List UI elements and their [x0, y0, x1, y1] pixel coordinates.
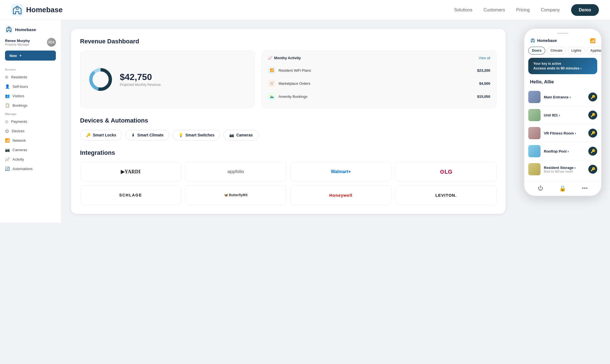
integration-butterflymx[interactable]: 🦋 ButterflyMX — [185, 185, 286, 205]
revenue-label: Projected Monthly Revenue — [120, 83, 161, 87]
appfolio-label: appfolio — [228, 169, 244, 174]
resident-storage-sub: Book for $60 per month — [544, 170, 588, 173]
devices-section: Devices & Automations 🔑 Smart Locks 🌡 Sm… — [80, 117, 497, 140]
automations-icon: 🔄 — [5, 166, 10, 171]
view-all-link[interactable]: View all — [479, 56, 490, 60]
payments-icon: ◎ — [5, 119, 8, 124]
phone-greeting: Hello, Allie — [524, 78, 601, 88]
smart-locks-icon: 🔑 — [86, 133, 91, 137]
breakdown-row-amenity: 🏊 Amenity Bookings $15,050 — [268, 90, 490, 103]
phone-list-item-vr-fitness[interactable]: VR Fitness Room › 🔑 — [528, 124, 597, 142]
phone-home-icon[interactable]: ⏻ — [538, 185, 543, 192]
sidebar-item-devices[interactable]: ⏻ Devices — [0, 126, 61, 136]
devices-icon: ⏻ — [5, 129, 9, 133]
integration-honeywell[interactable]: Honeywell — [290, 185, 392, 205]
breakdown-amount-amenity: $15,050 — [477, 94, 490, 99]
integrations-grid: ▶YARDI appfolio Walmart+ ⊙LG SCHLAGE — [80, 162, 497, 205]
butterfly-label: 🦋 ButterflyMX — [224, 193, 248, 197]
breakdown-row-wifi: 📶 Resident WiFi Plans $23,200 — [268, 64, 490, 77]
phone-list-item-unit921[interactable]: Unit 921 › 🔑 — [528, 106, 597, 124]
sidebar-item-automations[interactable]: 🔄 Automations — [0, 164, 61, 173]
nav-brand-name: Homebase — [26, 6, 63, 14]
sidebar-user-name: Renee Murphy — [5, 39, 30, 43]
integration-lg[interactable]: ⊙LG — [395, 162, 497, 181]
phone-mockup: Homebase 📶 Doors Climate Lights Applianc… — [524, 28, 602, 196]
breakdown-row-marketplace: 🛒 Marketplace Orders $4,500 — [268, 77, 490, 90]
sidebar-item-residents[interactable]: ⊞ Residents — [0, 72, 61, 82]
unit921-key-btn[interactable]: 🔑 — [588, 111, 597, 119]
visitors-icon: 👥 — [5, 94, 10, 98]
main-entrance-name: Main Entrance › — [544, 95, 588, 99]
nav-customers[interactable]: Customers — [484, 8, 505, 13]
sidebar-item-bookings[interactable]: 📋 Bookings — [0, 101, 61, 110]
device-tabs: 🔑 Smart Locks 🌡 Smart Climate 💡 Smart Sw… — [80, 130, 497, 140]
homebase-logo-icon — [11, 4, 23, 16]
device-tab-cameras[interactable]: 📷 Cameras — [223, 130, 258, 140]
breakdown-amount-wifi: $23,200 — [477, 68, 490, 73]
bookings-icon: 📋 — [5, 103, 10, 108]
vr-fitness-key-btn[interactable]: 🔑 — [588, 129, 597, 138]
key-ends-text: Access ends in 90 minutes › — [533, 66, 592, 70]
integration-leviton[interactable]: LEVITON. — [395, 185, 497, 205]
dashboard-card: Revenue Dashboard — [71, 29, 506, 214]
smart-switches-icon: 💡 — [178, 133, 183, 137]
revenue-title: Revenue Dashboard — [80, 38, 497, 45]
phone-brand-name: Homebase — [537, 38, 557, 43]
sidebar-item-network[interactable]: 📶 Network — [0, 136, 61, 145]
rooftop-pool-key-btn[interactable]: 🔑 — [588, 147, 597, 156]
phone-tab-climate[interactable]: Climate — [547, 47, 566, 54]
smart-climate-icon: 🌡 — [131, 133, 135, 137]
breakdown-title: 📈 Monthy Activity — [268, 56, 301, 60]
main-entrance-image — [528, 91, 541, 103]
phone-lock-icon[interactable]: 🔒 — [559, 185, 566, 192]
yardi-label: ▶YARDI — [121, 169, 141, 175]
amenity-icon: 🏊 — [268, 93, 276, 100]
integration-yardi[interactable]: ▶YARDI — [80, 162, 181, 181]
phone-list-item-resident-storage[interactable]: Resident Storage › Book for $60 per mont… — [528, 160, 597, 178]
vr-fitness-image — [528, 127, 541, 139]
revenue-breakdown: 📈 Monthy Activity View all 📶 Resident Wi… — [262, 51, 497, 108]
breakdown-name-wifi: Resident WiFi Plans — [278, 68, 311, 73]
integration-appfolio[interactable]: appfolio — [185, 162, 286, 181]
phone-key-banner[interactable]: Your key is active Access ends in 90 min… — [528, 58, 597, 74]
device-tab-smart-climate[interactable]: 🌡 Smart Climate — [125, 130, 169, 140]
phone-list-item-main-entrance[interactable]: Main Entrance › 🔑 — [528, 88, 597, 106]
unit921-name: Unit 921 › — [544, 113, 588, 117]
sidebar-item-activity[interactable]: 📈 Activity — [0, 154, 61, 164]
demo-button[interactable]: Demo — [571, 4, 599, 16]
phone-tab-lights[interactable]: Lights — [568, 47, 585, 54]
integration-walmart[interactable]: Walmart+ — [290, 162, 392, 181]
device-tab-smart-locks[interactable]: 🔑 Smart Locks — [80, 130, 122, 140]
phone-logo-icon — [530, 38, 536, 43]
nav-pricing[interactable]: Pricing — [516, 8, 530, 13]
nav-company[interactable]: Company — [541, 8, 560, 13]
resident-storage-name: Resident Storage › — [544, 166, 588, 170]
sidebar-user-role: Property Manager — [5, 43, 30, 46]
nav-solutions[interactable]: Solutions — [454, 8, 472, 13]
wifi-icon: 📶 — [268, 66, 276, 74]
resident-storage-key-btn[interactable]: 🔑 — [588, 165, 597, 174]
phone-list-item-rooftop-pool[interactable]: Rooftop Pool › 🔑 — [528, 142, 597, 160]
sidebar-item-cameras[interactable]: 📷 Cameras — [0, 145, 61, 154]
integration-schlage[interactable]: SCHLAGE — [80, 185, 181, 205]
sidebar-user: Renee Murphy Property Manager RM — [0, 38, 61, 51]
sidebar-header: Homebase — [0, 26, 61, 38]
rooftop-pool-name: Rooftop Pool › — [544, 149, 588, 153]
phone-header: Homebase 📶 — [524, 37, 601, 47]
phone-tab-appliances[interactable]: Appliances — [587, 47, 602, 54]
new-button[interactable]: New ＋ — [5, 51, 56, 61]
activity-icon: 📈 — [5, 157, 10, 161]
phone-tab-doors[interactable]: Doors — [528, 47, 545, 54]
cameras-icon: 📷 — [5, 148, 10, 152]
device-tab-smart-switches[interactable]: 💡 Smart Switches — [173, 130, 220, 140]
sidebar-access-label: Access — [0, 66, 61, 72]
sidebar-item-visitors[interactable]: 👥 Visitors — [0, 91, 61, 101]
schlage-label: SCHLAGE — [119, 193, 142, 197]
main-entrance-key-btn[interactable]: 🔑 — [588, 93, 597, 101]
sidebar-item-payments[interactable]: ◎ Payments — [0, 117, 61, 126]
sidebar-item-self-tours[interactable]: 👤 Self-tours — [0, 82, 61, 91]
key-active-text: Your key is active — [533, 62, 592, 66]
phone-more-icon[interactable]: ••• — [582, 185, 588, 192]
cameras-tab-icon: 📷 — [229, 133, 234, 137]
rooftop-pool-image — [528, 145, 541, 157]
